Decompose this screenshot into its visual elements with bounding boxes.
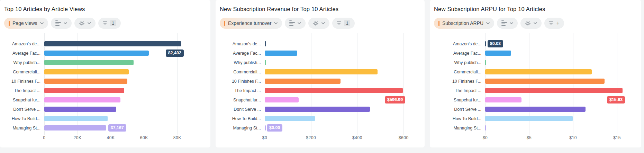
metric-accent-bar bbox=[224, 21, 225, 26]
chart-title: New Subscription ARPU for Top 10 Article… bbox=[434, 6, 636, 12]
bar-chart: Amazon's de...Average Fac...Why publish.… bbox=[4, 39, 206, 142]
metric-select[interactable]: Subscription ARPU bbox=[434, 18, 494, 29]
bar-chart: Amazon's de...Average Fac...Why publish.… bbox=[220, 39, 420, 142]
chart-row: Snapchat lur... bbox=[434, 95, 636, 105]
metric-label: Subscription ARPU bbox=[442, 20, 483, 26]
chart-row: Managing St... bbox=[4, 123, 206, 133]
bar[interactable] bbox=[44, 69, 129, 74]
chart-title: New Subscription Revenue for Top 10 Arti… bbox=[220, 6, 420, 12]
bar[interactable] bbox=[44, 125, 106, 130]
category-label: Commerciali... bbox=[434, 70, 485, 74]
category-label: Don't Serve ... bbox=[434, 107, 485, 112]
chart-row: Why publish... bbox=[434, 58, 636, 67]
chart-row: Commerciali... bbox=[4, 67, 206, 76]
chart-row: The Impact ... bbox=[434, 86, 636, 95]
bar[interactable] bbox=[265, 69, 378, 74]
bar[interactable] bbox=[44, 41, 181, 46]
bar[interactable] bbox=[265, 97, 299, 102]
x-axis-tick-label: $0 bbox=[483, 135, 488, 140]
category-label: Managing St... bbox=[4, 126, 44, 130]
bar-track bbox=[265, 125, 420, 130]
chevron-down-icon bbox=[321, 22, 325, 24]
bar-track bbox=[485, 79, 636, 84]
category-label: How To Build... bbox=[220, 116, 265, 121]
bar[interactable] bbox=[265, 107, 370, 112]
bar-track bbox=[44, 79, 206, 84]
chart-row: Don't Serve ... bbox=[4, 105, 206, 114]
chevron-down-icon bbox=[510, 22, 513, 24]
x-axis-tick-label: 20K bbox=[74, 135, 82, 140]
bar-track bbox=[265, 60, 420, 65]
x-axis: $0$5$10$15 bbox=[485, 135, 636, 142]
bar[interactable] bbox=[44, 107, 116, 112]
bar[interactable] bbox=[485, 125, 486, 130]
filter-button[interactable]: 1 bbox=[98, 18, 121, 29]
category-label: Average Fac... bbox=[220, 51, 265, 56]
settings-button[interactable] bbox=[74, 18, 96, 29]
bar[interactable] bbox=[485, 88, 623, 93]
bar[interactable] bbox=[485, 51, 511, 56]
bar-track bbox=[44, 60, 206, 65]
bar[interactable] bbox=[265, 79, 341, 84]
settings-button[interactable] bbox=[308, 18, 329, 29]
display-options-button[interactable] bbox=[51, 18, 72, 29]
chart-rows: Amazon's de...Average Fac...Why publish.… bbox=[4, 39, 206, 133]
bar[interactable] bbox=[265, 116, 315, 121]
bar[interactable] bbox=[485, 116, 573, 121]
bar[interactable] bbox=[485, 41, 486, 46]
filter-count-badge: 1 bbox=[344, 20, 350, 26]
gear-icon bbox=[313, 20, 319, 26]
bar[interactable] bbox=[44, 79, 127, 84]
chevron-down-icon bbox=[274, 22, 278, 24]
chart-row: Commerciali... bbox=[434, 67, 636, 76]
bar-track bbox=[485, 69, 636, 74]
chart-row: Amazon's de... bbox=[220, 39, 420, 48]
display-options-button[interactable] bbox=[285, 18, 306, 29]
gear-icon bbox=[79, 20, 85, 26]
filter-button[interactable]: + bbox=[544, 18, 564, 29]
bar[interactable] bbox=[44, 97, 120, 102]
bar[interactable] bbox=[485, 69, 592, 74]
bar-track bbox=[485, 60, 636, 65]
chart-row: Why publish... bbox=[4, 58, 206, 67]
bar[interactable] bbox=[44, 60, 134, 65]
chart-row: How To Build... bbox=[4, 114, 206, 123]
x-axis: 020K40K60K80K bbox=[44, 135, 206, 142]
bar[interactable] bbox=[44, 51, 149, 56]
filter-count-badge: 1 bbox=[110, 20, 116, 26]
bar[interactable] bbox=[265, 51, 297, 56]
metric-select[interactable]: Experience turnover bbox=[220, 18, 282, 29]
bar[interactable] bbox=[485, 60, 486, 65]
display-options-button[interactable] bbox=[497, 18, 518, 29]
bar-track bbox=[265, 107, 420, 112]
category-label: Commerciali... bbox=[220, 70, 265, 74]
x-axis-tick-label: 60K bbox=[140, 135, 148, 140]
bar-track bbox=[485, 116, 636, 121]
filter-button[interactable]: 1 bbox=[332, 18, 355, 29]
chart-title: Top 10 Articles by Article Views bbox=[4, 6, 206, 12]
category-label: Amazon's de... bbox=[434, 42, 485, 46]
category-label: Why publish... bbox=[4, 60, 44, 65]
chevron-down-icon bbox=[40, 22, 44, 24]
bar[interactable] bbox=[485, 107, 586, 112]
bar-track bbox=[265, 88, 420, 93]
bar[interactable] bbox=[265, 41, 266, 46]
bar[interactable] bbox=[44, 116, 108, 121]
category-label: Snapchat lur... bbox=[220, 98, 265, 102]
bar[interactable] bbox=[44, 88, 124, 93]
category-label: Amazon's de... bbox=[220, 42, 265, 46]
metric-select[interactable]: Page views bbox=[4, 18, 48, 29]
bar[interactable] bbox=[485, 97, 521, 102]
bar-track bbox=[44, 51, 206, 56]
bar-track bbox=[265, 41, 420, 46]
category-label: Don't Serve ... bbox=[220, 107, 265, 112]
bar[interactable] bbox=[265, 60, 266, 65]
bar-track bbox=[485, 107, 636, 112]
bar[interactable] bbox=[485, 79, 605, 84]
bar[interactable] bbox=[265, 88, 403, 93]
chart-row: Managing St... bbox=[434, 123, 636, 133]
bar[interactable] bbox=[265, 125, 266, 130]
filter-icon bbox=[337, 21, 341, 25]
chevron-down-icon bbox=[88, 22, 91, 24]
settings-button[interactable] bbox=[520, 18, 542, 29]
